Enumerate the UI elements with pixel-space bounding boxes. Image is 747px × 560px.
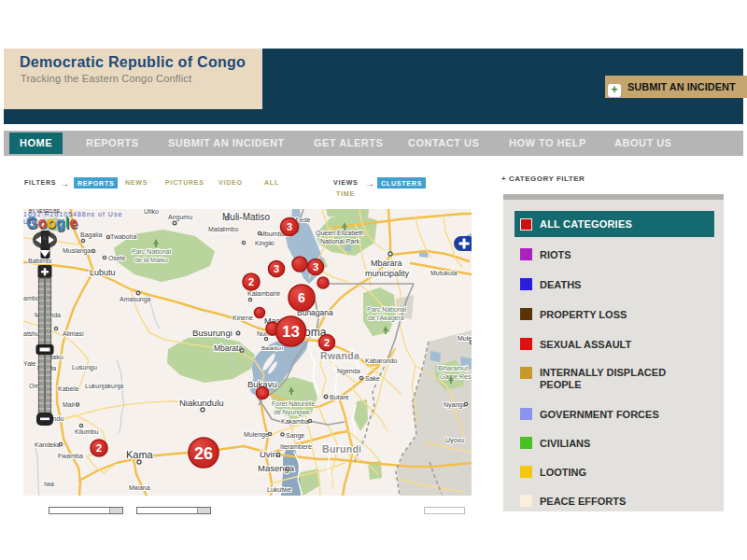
- svg-text:Bagalia: Bagalia: [80, 231, 102, 239]
- svg-text:Musianga: Musianga: [63, 247, 91, 255]
- svg-text:Lukutwe: Lukutwe: [267, 486, 291, 493]
- svg-text:2: 2: [324, 337, 330, 348]
- svg-text:3: 3: [313, 261, 318, 273]
- svg-text:6: 6: [298, 290, 305, 305]
- svg-text:2: 2: [96, 442, 102, 454]
- svg-text:Fwamba: Fwamba: [58, 453, 83, 459]
- svg-text:Burundi: Burundi: [322, 443, 361, 455]
- svg-text:Game Rese: Game Rese: [440, 373, 472, 380]
- svg-text:Mulenge: Mulenge: [244, 431, 269, 439]
- svg-text:de l'Akagera: de l'Akagera: [368, 315, 404, 322]
- svg-text:Ngenda: Ngenda: [337, 368, 360, 375]
- svg-text:Utiko: Utiko: [144, 209, 159, 215]
- svg-text:Biharamul: Biharamul: [438, 365, 468, 371]
- svg-text:Parc National: Parc National: [132, 248, 171, 255]
- svg-text:Parc National: Parc National: [367, 306, 406, 313]
- svg-text:Amasunga: Amasunga: [120, 296, 151, 303]
- svg-text:Lukunjakunja: Lukunjakunja: [85, 383, 123, 390]
- svg-text:Lubutu: Lubutu: [90, 268, 116, 277]
- svg-text:Iwa: Iwa: [44, 481, 54, 487]
- svg-text:BY VESED BE: BY VESED BE: [29, 209, 61, 214]
- svg-text:Kingiki: Kingiki: [255, 240, 275, 247]
- svg-text:de Nyungwe: de Nyungwe: [274, 409, 310, 416]
- svg-text:Bataillon: Bataillon: [261, 345, 283, 351]
- svg-text:Mwana: Mwana: [129, 484, 150, 491]
- svg-text:Osele: Osele: [108, 255, 125, 261]
- svg-text:Busurungi: Busurungi: [192, 328, 233, 338]
- svg-text:Rwanda: Rwanda: [320, 350, 359, 361]
- svg-text:3: 3: [287, 221, 292, 232]
- svg-text:Uyovu: Uyovu: [445, 437, 464, 444]
- svg-text:de la Maiko: de la Maiko: [134, 257, 168, 263]
- svg-text:Muleb: Muleb: [458, 335, 472, 342]
- svg-text:Queen Elizabeth: Queen Elizabeth: [316, 230, 364, 237]
- svg-text:Angumu: Angumu: [168, 214, 192, 221]
- svg-text:Nyango: Nyango: [444, 401, 466, 409]
- svg-text:Sange: Sange: [286, 432, 304, 440]
- svg-text:Kandeke: Kandeke: [35, 441, 61, 448]
- svg-text:Kakamba: Kakamba: [281, 418, 309, 425]
- svg-text:26: 26: [194, 444, 213, 463]
- svg-text:National Park: National Park: [320, 238, 360, 245]
- svg-text:atshu: atshu: [23, 330, 39, 337]
- svg-text:Matalimbo: Matalimbo: [208, 226, 238, 232]
- svg-text:Kilumbu: Kilumbu: [75, 428, 98, 435]
- svg-text:Niakundulu: Niakundulu: [179, 398, 224, 408]
- svg-text:Kabarondo: Kabarondo: [365, 357, 397, 364]
- svg-text:Iterambere: Iterambere: [280, 443, 312, 450]
- svg-text:Mbarata: Mbarata: [214, 343, 243, 353]
- svg-text:Kalambahir: Kalambahir: [247, 290, 281, 297]
- svg-text:indu: indu: [51, 415, 63, 422]
- svg-text:municipality: municipality: [365, 269, 410, 278]
- svg-text:Mbarara: Mbarara: [371, 259, 402, 268]
- svg-text:Kama: Kama: [126, 449, 154, 460]
- svg-text:Yale: Yale: [23, 360, 36, 367]
- svg-text:Kabela: Kabela: [58, 385, 78, 392]
- svg-text:2: 2: [248, 276, 254, 287]
- svg-text:Google: Google: [26, 215, 78, 231]
- svg-text:Foret Naturelle: Foret Naturelle: [272, 400, 315, 407]
- svg-text:Mutukula: Mutukula: [430, 270, 458, 276]
- svg-text:13: 13: [282, 323, 300, 341]
- svg-text:Lusungu: Lusungu: [72, 364, 97, 371]
- svg-text:Babimbi: Babimbi: [28, 258, 52, 264]
- svg-text:Twaboha: Twaboha: [110, 233, 137, 240]
- svg-text:Mali: Mali: [63, 401, 75, 408]
- svg-text:Alimasi: Alimasi: [63, 330, 84, 337]
- svg-text:Butare: Butare: [330, 394, 349, 400]
- svg-text:Muli-Matiso: Muli-Matiso: [222, 212, 271, 222]
- svg-text:Kinene: Kinene: [233, 315, 253, 321]
- svg-text:Sake: Sake: [365, 375, 380, 382]
- svg-text:3: 3: [274, 263, 279, 274]
